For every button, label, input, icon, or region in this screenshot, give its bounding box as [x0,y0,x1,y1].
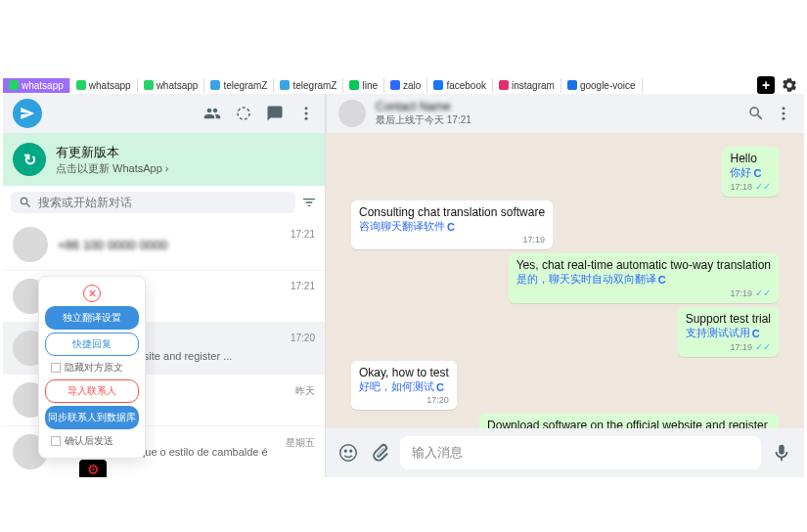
sidebar: ↻ 有更新版本 点击以更新 WhatsApp › +86 100 0000 00… [3,94,326,477]
chat-time: 17:21 [291,281,315,291]
context-popup: ✕ 独立翻译设置 快捷回复 隐藏对方原文 导入联系人 同步联系人到数据库 确认后… [38,276,146,459]
popup-sync-contacts[interactable]: 同步联系人到数据库 [45,406,139,429]
message-translation: 咨询聊天翻译软件C [359,219,545,234]
fb-icon [433,80,443,90]
message-text: Download software on the official websit… [487,419,771,428]
conversation-pane: Contact Name 最后上线于今天 17:21 Hello 你好C 17:… [326,94,804,477]
conv-menu-icon[interactable] [775,105,792,122]
read-ticks-icon: ✓✓ [755,341,771,352]
message-time: 17:19 [730,342,752,352]
message-row: Okay, how to test 好吧，如何测试C 17:20 [351,361,779,410]
messages-area: Hello 你好C 17:18✓✓ Consulting chat transl… [326,133,804,428]
search-box[interactable] [11,192,295,213]
svg-point-1 [305,107,308,110]
message-time: 17:19 [730,288,752,298]
chat-avatar [13,227,48,262]
svg-point-5 [783,112,785,115]
contact-status: 最后上线于今天 17:21 [376,113,738,127]
message-bubble[interactable]: Consulting chat translation software 咨询聊… [351,200,553,249]
message-text: Hello [730,152,771,165]
wa-icon [9,80,19,90]
popup-hide-original-checkbox[interactable]: 隐藏对方原文 [45,359,139,377]
message-row: Support test trial 支持测试试用C 17:19✓✓ [351,307,779,357]
chat-time: 17:21 [291,229,315,240]
attach-icon[interactable] [369,442,390,464]
search-icon [19,196,32,209]
message-translation: 好吧，如何测试C [359,379,449,394]
message-bubble[interactable]: Hello 你好C 17:18✓✓ [722,147,779,197]
status-icon[interactable] [235,105,252,122]
chat-item[interactable]: +86 100 0000 0000 17:21 [3,219,325,271]
popup-translate-settings[interactable]: 独立翻译设置 [45,306,139,330]
message-time: 17:19 [523,235,546,244]
svg-point-2 [305,112,308,115]
popup-import-contacts[interactable]: 导入联系人 [45,379,139,403]
update-banner[interactable]: ↻ 有更新版本 点击以更新 WhatsApp › [3,133,325,186]
gv-icon [567,80,577,90]
message-translation: 是的，聊天实时自动双向翻译C [516,272,771,287]
message-row: Consulting chat translation software 咨询聊… [351,200,779,249]
account-tab-zalo[interactable]: zalo [384,78,427,93]
line-icon [349,80,359,90]
mic-icon[interactable] [771,442,792,464]
conv-search-icon[interactable] [747,105,765,122]
popup-confirm-send-checkbox[interactable]: 确认后发送 [45,432,139,450]
account-tab-telegramZ[interactable]: telegramZ [274,78,343,93]
message-row: Download software on the official websit… [351,414,779,428]
menu-dots-icon[interactable] [297,105,315,122]
message-translation: 支持测试试用C [686,326,771,340]
new-chat-icon[interactable] [266,105,284,122]
add-account-button[interactable]: + [757,76,775,94]
refresh-icon: ↻ [13,143,46,176]
chat-time: 星期五 [286,436,315,450]
message-text: Consulting chat translation software [359,205,545,219]
svg-point-4 [783,107,785,110]
chat-name: +86 100 0000 0000 [58,238,281,252]
svg-point-0 [238,108,249,119]
svg-point-6 [783,117,785,120]
tg-icon [280,80,290,90]
account-tab-google-voice[interactable]: google-voice [561,78,643,93]
tg-icon [210,80,220,90]
message-text: Yes, chat real-time automatic two-way tr… [516,258,771,272]
emoji-icon[interactable] [337,442,359,464]
account-tab-telegramZ[interactable]: telegramZ [204,78,274,93]
filter-icon[interactable] [301,195,317,210]
popup-quick-reply[interactable]: 快捷回复 [45,332,139,356]
banner-subtitle: 点击以更新 WhatsApp › [56,161,169,176]
svg-point-9 [350,450,352,452]
communities-icon[interactable] [203,105,221,122]
my-avatar[interactable] [13,99,42,128]
banner-title: 有更新版本 [56,144,169,161]
floating-settings-badge[interactable]: ⚙ 设置 [79,460,107,477]
account-tab-instagram[interactable]: instagram [493,78,561,93]
account-tab-whatsapp[interactable]: whatsapp [138,78,205,93]
message-input[interactable]: 输入消息 [400,436,761,469]
ig-icon [499,80,509,90]
message-bubble[interactable]: Support test trial 支持测试试用C 17:19✓✓ [678,307,779,357]
account-tab-line[interactable]: line [343,78,384,93]
svg-point-7 [340,445,357,462]
zalo-icon [390,80,400,90]
message-text: Okay, how to test [359,366,449,379]
wa-icon [76,80,86,90]
account-tab-whatsapp[interactable]: whatsapp [3,78,70,93]
message-bubble[interactable]: Yes, chat real-time automatic two-way tr… [509,253,779,303]
svg-point-8 [344,450,346,452]
account-tab-whatsapp[interactable]: whatsapp [70,78,138,93]
message-row: Yes, chat real-time automatic two-way tr… [351,253,779,303]
message-bubble[interactable]: Download software on the official websit… [479,414,779,428]
search-input[interactable] [38,196,288,209]
read-ticks-icon: ✓✓ [755,288,771,298]
message-text: Support test trial [686,312,771,326]
message-translation: 你好C [730,165,771,180]
contact-avatar[interactable] [338,100,366,127]
account-tab-facebook[interactable]: facebook [427,78,493,93]
message-time: 17:20 [426,395,449,405]
popup-close-button[interactable]: ✕ [83,285,101,302]
contact-name: Contact Name [376,100,738,113]
settings-gear-icon[interactable] [781,76,798,94]
wa-icon [144,80,154,90]
svg-point-3 [305,117,308,120]
message-bubble[interactable]: Okay, how to test 好吧，如何测试C 17:20 [351,361,457,410]
